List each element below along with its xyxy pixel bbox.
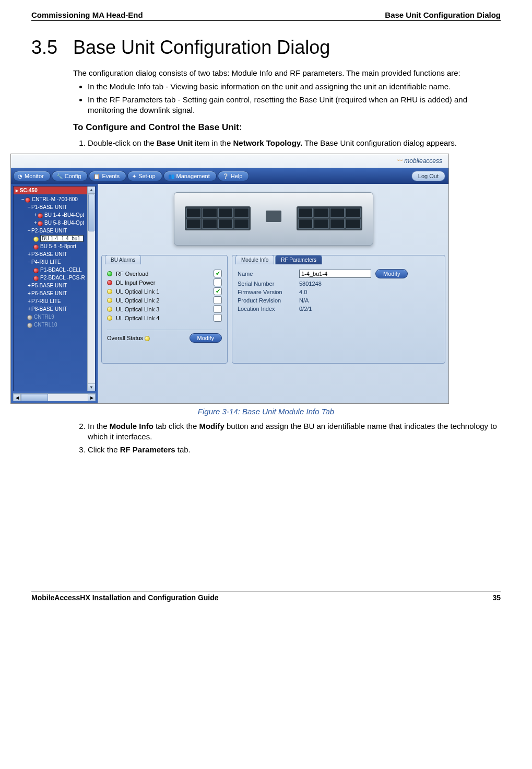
monitor-icon: ◔ [18, 173, 22, 179]
tree-node[interactable]: CNTRL10 [16, 321, 95, 329]
tree-node[interactable]: +P8-BASE UNIT [16, 305, 95, 313]
step-3: Click the RF Parameters tab. [88, 445, 501, 455]
tree-node[interactable]: CNTRL9 [16, 313, 95, 321]
name-label: Name [238, 271, 295, 277]
tree-vscrollbar[interactable]: ▲ ▼ [87, 187, 95, 391]
mask-checkbox[interactable]: ✔ [214, 287, 222, 295]
overall-status-icon [145, 336, 150, 341]
section-title: 3.5Base Unit Configuration Dialog [31, 37, 501, 59]
menubar: ◔Monitor 🔧Config 📋Events ✦Set-up 👥Manage… [11, 168, 448, 184]
figure-caption: Figure 3-14: Base Unit Module Info Tab [31, 407, 501, 416]
tree-node[interactable]: +P3-BASE UNIT [16, 250, 95, 258]
device-illustration [174, 192, 373, 246]
overall-status-row: Overall Status Modify [107, 330, 222, 343]
tree-hscrollbar[interactable]: ◀ ▶ [13, 393, 96, 401]
status-dot-yellow-icon [107, 298, 112, 303]
tree-node[interactable]: +P5-BASE UNIT [16, 282, 95, 289]
header-left: Commissioning MA Head-End [31, 10, 143, 19]
alarm-row: UL Optical Link 4 [107, 313, 222, 322]
tab-bu-alarms[interactable]: BU Alarms [105, 255, 141, 264]
menu-management[interactable]: 👥Management [163, 171, 217, 181]
name-input[interactable] [299, 270, 371, 278]
mask-checkbox[interactable]: ✔ [214, 270, 222, 277]
tab-module-info[interactable]: Module Info [235, 255, 274, 264]
section-number: 3.5 [31, 37, 73, 59]
alarm-row: UL Optical Link 1✔ [107, 287, 222, 296]
scroll-up-icon[interactable]: ▲ [88, 187, 95, 194]
bullet-1: In the Module Info tab - Viewing basic i… [88, 81, 501, 92]
body-content-2: In the Module Info tab click the Modify … [73, 421, 501, 455]
tree-node[interactable]: −P1-BASE UNIT [16, 203, 95, 211]
management-icon: 👥 [168, 173, 174, 179]
status-dot-yellow-icon [107, 289, 112, 294]
intro-paragraph: The configuration dialog consists of two… [73, 68, 501, 78]
section-heading: Base Unit Configuration Dialog [73, 37, 330, 58]
status-dot-yellow-icon [107, 316, 112, 321]
mask-checkbox[interactable] [214, 305, 222, 313]
alarms-modify-button[interactable]: Modify [190, 333, 222, 343]
tree-node[interactable]: P2-BDACL -PCS-R [16, 274, 95, 282]
name-modify-button[interactable]: Modify [375, 269, 408, 278]
tree-node[interactable]: +P6-BASE UNIT [16, 289, 95, 297]
tree-node[interactable]: +BU 5-8 -BU4-Opt [16, 219, 95, 227]
body-content: The configuration dialog consists of two… [73, 68, 501, 148]
config-icon: 🔧 [56, 173, 63, 179]
scroll-thumb[interactable] [88, 194, 94, 231]
scroll-right-icon[interactable]: ▶ [88, 394, 96, 401]
help-icon: ❔ [222, 173, 229, 179]
alarm-row: UL Optical Link 3 [107, 305, 222, 313]
header-right: Base Unit Configuration Dialog [385, 10, 501, 19]
status-dot-red-icon [107, 280, 112, 285]
tree-node[interactable]: BU 5-8 -5-8port [16, 242, 95, 250]
serial-value: 5801248 [299, 281, 322, 287]
serial-label: Serial Number [238, 281, 295, 287]
alarm-row: UL Optical Link 2 [107, 296, 222, 305]
hscroll-thumb[interactable] [21, 394, 48, 401]
topology-tree[interactable]: ▸ SC-450 −CNTRL-M -700-800 −P1-BASE UNIT… [13, 186, 96, 391]
tree-node[interactable]: P1-BDACL -CELL [16, 266, 95, 274]
step-2: In the Module Info tab click the Modify … [88, 421, 501, 442]
app-body: ▸ SC-450 −CNTRL-M -700-800 −P1-BASE UNIT… [11, 184, 448, 403]
tab-rf-parameters[interactable]: RF Parameters [275, 255, 322, 264]
tree-node[interactable]: +BU 1-4 -BU4-Opt [16, 211, 95, 219]
page-header: Commissioning MA Head-End Base Unit Conf… [31, 10, 501, 21]
screenshot-figure: 〰 mobileaccess ◔Monitor 🔧Config 📋Events … [10, 154, 501, 404]
subheading: To Configure and Control the Base Unit: [73, 122, 501, 134]
menu-monitor[interactable]: ◔Monitor [13, 171, 51, 181]
status-dot-green-icon [107, 271, 112, 276]
loc-value: 0/2/1 [299, 306, 312, 312]
rev-value: N/A [299, 297, 309, 304]
mask-checkbox[interactable] [214, 278, 222, 286]
rev-label: Product Revision [238, 297, 295, 304]
loc-label: Location Index [238, 306, 295, 312]
menu-events[interactable]: 📋Events [89, 171, 126, 181]
tree-root[interactable]: ▸ SC-450 [14, 187, 95, 194]
brand-label: mobileaccess [404, 157, 442, 165]
events-icon: 📋 [93, 173, 100, 179]
menu-setup[interactable]: ✦Set-up [127, 171, 162, 181]
bullet-2: In the RF Parameters tab - Setting gain … [88, 95, 501, 116]
step-1: Double-click on the Base Unit item in th… [88, 138, 501, 148]
tree-node[interactable]: −P4-RIU LITE [16, 258, 95, 266]
footer-left: MobileAccessHX Installation and Configur… [31, 593, 219, 602]
scroll-left-icon[interactable]: ◀ [13, 394, 21, 401]
menu-config[interactable]: 🔧Config [52, 171, 88, 181]
fw-label: Firmware Version [238, 289, 295, 295]
menu-help[interactable]: ❔Help [218, 171, 250, 181]
app-logo-bar: 〰 mobileaccess [11, 154, 448, 168]
tree-node[interactable]: +P7-RIU LITE [16, 297, 95, 305]
alarms-panel: BU Alarms RF Overload✔ DL Input Power UL… [101, 255, 228, 364]
main-area: BU Alarms RF Overload✔ DL Input Power UL… [98, 184, 448, 403]
logo-swirl-icon: 〰 [397, 157, 403, 165]
logout-button[interactable]: Log Out [411, 171, 445, 181]
tree-node-selected[interactable]: BU 1-4 -1-4_bu1- [16, 235, 95, 242]
module-info-panel: Module Info RF Parameters Name Modify Se… [232, 255, 445, 364]
scroll-down-icon[interactable]: ▼ [88, 383, 95, 391]
tree-node[interactable]: −P2-BASE UNIT [16, 227, 95, 235]
page-footer: MobileAccessHX Installation and Configur… [31, 591, 501, 602]
app-window: 〰 mobileaccess ◔Monitor 🔧Config 📋Events … [10, 154, 449, 404]
tree-node[interactable]: −CNTRL-M -700-800 [16, 195, 95, 203]
fw-value: 4.0 [299, 289, 307, 295]
mask-checkbox[interactable] [214, 296, 222, 304]
mask-checkbox[interactable] [214, 314, 222, 322]
